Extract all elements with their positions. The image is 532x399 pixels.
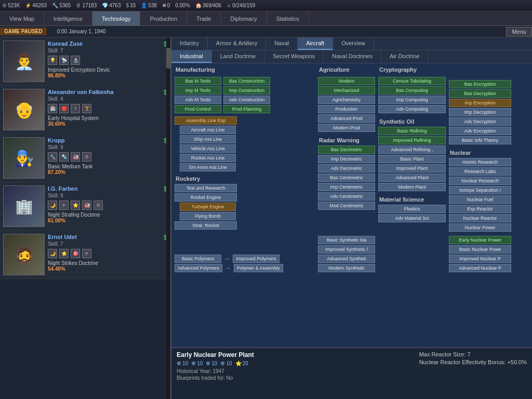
tech-modern-agri[interactable]: Modern — [318, 77, 375, 85]
scientist-photo-3: 👨‍🔧 — [3, 137, 45, 179]
tech-improved-refining[interactable]: Improved Refining — [378, 136, 446, 144]
tab-infantry[interactable]: Infantry — [171, 37, 208, 50]
tab-industrial[interactable]: Industrial — [171, 50, 212, 63]
tech-nuclear-fuel[interactable]: Nuclear Fuel — [449, 195, 511, 204]
tech-mod-centimetric[interactable]: Mod Centimetric — [318, 202, 375, 210]
tech-improved-plant[interactable]: Improved Plant — [378, 164, 446, 172]
tab-overview[interactable]: Overview — [333, 37, 374, 50]
tech-basic-nuclear-powe[interactable]: Basic Nuclear Powe — [449, 245, 511, 254]
tech-improved-nuclear-p[interactable]: Improved Nuclear P — [449, 255, 511, 263]
tech-bas-decimetric[interactable]: Bas Decimetric — [318, 145, 375, 154]
tech-imp-computing[interactable]: Imp Computing — [378, 96, 446, 104]
tech-bas-decryption[interactable]: Bas Decryption — [449, 89, 511, 98]
tech-bas-centimetric[interactable]: Bas Centimetric — [318, 174, 375, 182]
tech-census-tabulating[interactable]: Census Tabulating — [378, 77, 446, 85]
tech-imp-construction[interactable]: Imp Construction — [223, 86, 270, 95]
nav-production[interactable]: Production — [140, 11, 187, 25]
tech-early-nuclear-power[interactable]: Early Nuclear Power — [449, 236, 511, 244]
tech-test-research[interactable]: Test and Research — [175, 184, 237, 192]
tech-imp-encryption[interactable]: Imp Encryption — [449, 99, 511, 107]
tech-advanced-prod[interactable]: Advanced Prod — [318, 114, 375, 123]
tech-bas-construction[interactable]: Bas Construction — [223, 77, 270, 85]
tech-improved-polymers[interactable]: Improved Polymers — [233, 255, 280, 263]
tech-adv-material-sci[interactable]: Adv Material Sci — [378, 214, 446, 222]
tab-land-doctrine[interactable]: Land Doctrine — [212, 50, 265, 63]
tab-naval[interactable]: Naval — [266, 37, 298, 50]
nav-technology[interactable]: Technology — [92, 11, 141, 25]
tech-vehicle-ass-line[interactable]: Vehicle Ass Line — [180, 144, 236, 153]
tech-turbojet-engine[interactable]: Turbojet Engine — [180, 203, 236, 211]
menu-button[interactable]: Menu — [506, 27, 532, 36]
tech-imp-m-tools[interactable]: Imp M Tools — [175, 86, 221, 95]
scrollbar-track[interactable] — [166, 37, 170, 399]
tech-basic-plant[interactable]: Basic Plant — [378, 155, 446, 163]
scientist-photo-1: 👨‍💼 — [3, 41, 45, 82]
tab-secret-weapons[interactable]: Secret Weapons — [264, 50, 324, 63]
tech-imp-decryption[interactable]: Imp Decryption — [449, 108, 511, 116]
tech-prod-control[interactable]: Prod Control — [175, 105, 221, 113]
tech-adv-decimetric[interactable]: Adv Decimetric — [318, 164, 375, 172]
tech-basic-synthetic-ma[interactable]: Basic Synthetic Ma — [318, 236, 375, 244]
tech-isotope-separation[interactable]: Isotope Separation / — [449, 186, 511, 194]
tech-basic-refining[interactable]: Basic Refining — [378, 127, 446, 135]
tech-adv-decryption[interactable]: Adv Decryption — [449, 117, 511, 126]
tech-adv-encryption[interactable]: Adv Encryption — [449, 127, 511, 135]
tech-ship-ass-line[interactable]: Ship Ass Line — [180, 135, 236, 143]
tech-research-labs[interactable]: Research Labs — [449, 167, 511, 176]
tech-imp-decimetric[interactable]: Imp Decimetric — [318, 155, 375, 163]
stat-energy: ⚡ 46263 — [25, 3, 47, 8]
tech-improved-synthetic[interactable]: Improved Synthetic / — [318, 245, 375, 254]
tech-basic-info-theory[interactable]: Basic Info Theory — [449, 136, 511, 144]
tech-adv-construction[interactable]: Adv Construction — [223, 96, 270, 104]
tech-nuclear-research[interactable]: Nuclear Research — [449, 177, 511, 185]
nav-trade[interactable]: Trade — [187, 11, 221, 25]
tech-aircraft-ass-line[interactable]: Aircraft Ass Line — [180, 126, 236, 134]
tech-advanced-nuclear-p[interactable]: Advanced Nuclear P — [449, 264, 511, 272]
tech-rocket-ass-line[interactable]: Rocket Ass Line — [180, 154, 236, 162]
scientist-icons-3: 🔧 🔩 🏭 ⚙ — [48, 152, 167, 162]
tech-bas-m-tools[interactable]: Bas M Tools — [175, 77, 221, 85]
sci-icon-target: 🎯 — [71, 249, 80, 258]
tech-advanced-plant[interactable]: Advanced Plant — [378, 174, 446, 182]
tech-plastics[interactable]: Plastics — [378, 205, 446, 213]
tech-flying-bomb[interactable]: Flying Bomb — [180, 212, 236, 220]
nav-diplomacy[interactable]: Diplomacy — [221, 11, 267, 25]
nav-view-map[interactable]: View Map — [0, 11, 44, 25]
tech-bas-computing[interactable]: Bas Computing — [378, 86, 446, 95]
tech-exp-reactor[interactable]: Exp Reactor — [449, 205, 511, 213]
tech-modern-plant[interactable]: Modern Plant — [378, 183, 446, 191]
tech-mechanized[interactable]: Mechanized — [318, 86, 375, 95]
tech-advanced-refining[interactable]: Advanced Refining , — [378, 145, 446, 154]
stat-metal: 🔧 5365 — [52, 3, 71, 8]
tech-strat-rocket[interactable]: Strat. Rocket — [175, 221, 237, 230]
tab-naval-doctrines[interactable]: Naval Doctrines — [324, 50, 381, 63]
tech-agrichemistry[interactable]: Agrichemistry — [318, 96, 375, 104]
tech-production-agri[interactable]: Production — [318, 105, 375, 113]
tech-advanced-syntheti[interactable]: Advanced Syntheti — [318, 255, 375, 263]
tech-nuclear-reactor[interactable]: Nuclear Reactor — [449, 214, 511, 222]
tech-imp-centimetric[interactable]: Imp Centimetric — [318, 183, 375, 191]
tab-aircraft[interactable]: Aircraft — [298, 37, 333, 50]
tab-armor-artillery[interactable]: Armor & Artillery — [208, 37, 266, 50]
nav-intelligence[interactable]: Intelligence — [44, 11, 92, 25]
tech-advanced-polymers[interactable]: Advanced Polymers — [175, 264, 222, 272]
tech-adv-centimetric[interactable]: Adv Centimetric — [318, 192, 375, 201]
tech-polymer-assembly[interactable]: Polymer & Assembly — [234, 264, 283, 272]
tech-assembly-line-exp[interactable]: Assembly Line Exp — [175, 116, 237, 125]
section-synthetic-oil: Synthetic Oil — [378, 118, 446, 125]
tab-air-doctrine[interactable]: Air Doctrine — [381, 50, 428, 63]
tech-modern-synthetic[interactable]: Modern Synthetic — [318, 264, 375, 272]
tech-adv-m-tools[interactable]: Adv M Tools — [175, 96, 221, 104]
tech-basic-polymers[interactable]: Basic Polymers — [175, 255, 221, 263]
nav-statistics[interactable]: Statistics — [267, 11, 309, 25]
tech-rocket-engine[interactable]: Rocket Engine — [175, 193, 237, 202]
tech-bas-encryption[interactable]: Bas Encryption — [449, 80, 511, 88]
scientist-skill-3: Skill: 9 — [48, 144, 167, 150]
tech-adv-computing[interactable]: Adv Computing — [378, 105, 446, 113]
tech-nuclear-power[interactable]: Nuclear Power — [449, 223, 511, 232]
tech-modern-prod[interactable]: Modern Prod — [318, 124, 375, 132]
tech-prod-planning[interactable]: Prod Planning — [223, 105, 270, 113]
scrollbar-thumb[interactable] — [166, 48, 170, 69]
tech-atomic-research[interactable]: Atomic Research — [449, 158, 511, 166]
tech-sm-arms-ass-line[interactable]: Sm Arms Ass Line — [180, 163, 236, 171]
